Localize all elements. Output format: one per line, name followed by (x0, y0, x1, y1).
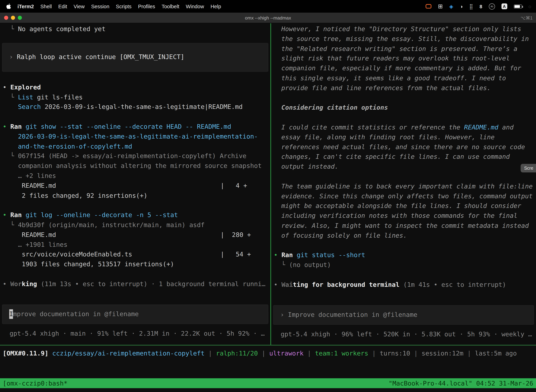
bullet: • (3, 84, 10, 91)
commit-line: companion analysis without altering the … (0, 161, 270, 171)
omx-branch: cczip/essay/ai-reimplementation-copyleft (52, 350, 205, 357)
diffstat-line: README.md| 4 + (0, 181, 270, 191)
menubar-extra-icon[interactable]: ◌ (528, 4, 531, 9)
diffstat-summary: 2 files changed, 92 insertions(+) (0, 191, 270, 201)
truncation-line: … +1901 lines (0, 240, 270, 250)
spinner-bullet: • (274, 281, 281, 288)
assistant-thinking-paragraph: However, I noticed the "Directory Struct… (271, 24, 536, 93)
command-output-line: └ (no output) (271, 260, 536, 270)
diffstat-line: src/voice/voiceModeEnabled.ts| 54 + (0, 250, 270, 260)
screen-recording-icon[interactable] (426, 4, 431, 9)
session-status: gpt-5.4 xhigh · main · 91% left · 2.31M … (0, 329, 270, 338)
menu-window[interactable]: Window (186, 3, 204, 9)
round-app-icon[interactable]: ◑ (460, 3, 463, 9)
working-status: • Working (11m 13s • esc to interrupt) ·… (0, 279, 270, 289)
window-titlebar[interactable]: omx --xhigh --madmax ⌥⌘1 (0, 13, 536, 23)
omx-team: team:1 workers (315, 350, 368, 357)
left-terminal-pane[interactable]: └ No agents completed yet › Ralph loop a… (0, 23, 270, 345)
terminal-area: └ No agents completed yet › Ralph loop a… (0, 23, 536, 345)
diffstat-line: README.md| 280 + (0, 230, 270, 240)
composer-input[interactable]: Improve documentation in @filename (2, 304, 268, 324)
bullet: • (274, 251, 281, 258)
log-line: └ List git ls-files (0, 92, 270, 102)
tmux-session-name: [omx-cczip0:bash* (3, 380, 67, 387)
diffstat-summary: 1903 files changed, 513517 insertions(+) (0, 260, 270, 269)
explored-header: • Explored (0, 83, 270, 92)
minimize-button[interactable] (11, 16, 15, 20)
screen: iTerm2 Shell Edit View Session Scripts P… (0, 0, 536, 392)
command-wrap-line: and-the-erosion-of-copyleft.md (0, 142, 270, 151)
menu-toolbelt[interactable]: Toolbelt (162, 3, 179, 9)
tmux-status-bar: [omx-cczip0:bash* "MacBook-Pro-44.local"… (0, 378, 536, 388)
thinking-heading: Considering citation options (271, 103, 536, 113)
spinner-bullet: • (3, 280, 10, 287)
menu-shell[interactable]: Shell (40, 3, 52, 9)
screen-mirroring-icon[interactable]: ⣿ (469, 3, 473, 9)
composer-placeholder: Improve documentation in @filename (288, 310, 417, 320)
menu-iterm2[interactable]: iTerm2 (17, 3, 34, 9)
figure-eight-icon[interactable]: 8 (479, 4, 482, 9)
window-shortcut-hint: ⌥⌘1 (521, 15, 532, 20)
bullet: • (3, 123, 10, 130)
command-wrap-line: 2026-03-09-is-legal-the-same-as-legitima… (0, 132, 270, 142)
omx-version: [OMX#0.11.9] (3, 350, 52, 357)
session-status: gpt-5.4 xhigh · 96% left · 520K in · 5.8… (271, 329, 536, 339)
log-line: └ No agents completed yet (0, 24, 270, 34)
window-title: omx --xhigh --madmax (0, 15, 536, 20)
omx-session: session:12m (421, 350, 463, 357)
menubar-status-icons: ⊞ ◈ ◑ ⣿ 8 .61 A ◌ (426, 3, 531, 10)
keyboard-layout-icon[interactable]: A (501, 3, 507, 9)
traffic-lights (0, 16, 22, 20)
window-tiles-icon[interactable]: ⊞ (438, 3, 443, 10)
menu-view[interactable]: View (74, 3, 85, 9)
prompt-chevron: › (280, 310, 288, 320)
menu-help[interactable]: Help (211, 3, 221, 9)
omx-turns: turns:10 (380, 350, 410, 357)
assistant-thinking-paragraph: The team guideline is to back every impo… (271, 182, 536, 241)
omx-last: last:5m ago (475, 350, 517, 357)
composer-input[interactable]: › Improve documentation in @filename (273, 305, 534, 325)
zoom-button[interactable] (18, 16, 22, 20)
blue-app-icon[interactable]: ◈ (449, 3, 453, 9)
right-terminal-pane[interactable]: However, I noticed the "Directory Struct… (271, 23, 536, 345)
omx-mode: ultrawork (269, 350, 304, 357)
truncation-line: … +2 lines (0, 171, 270, 181)
screen-share-notification[interactable]: Scre (521, 164, 536, 173)
text-cursor: I (9, 309, 13, 319)
bullet: • (3, 211, 10, 219)
omx-status-bar: [OMX#0.11.9] cczip/essay/ai-reimplementa… (0, 345, 536, 358)
omx-ralph: ralph:11/20 (216, 350, 258, 357)
composer-placeholder: mprove documentation in @filename (13, 309, 139, 319)
tmux-host-clock: "MacBook-Pro-44.local" 04:52 31-Mar-26 (389, 380, 533, 387)
readme-link[interactable]: README.md (464, 124, 498, 131)
menu-scripts[interactable]: Scripts (116, 3, 132, 9)
battery-icon[interactable] (514, 4, 522, 8)
apple-menu-icon[interactable] (6, 3, 11, 9)
commit-line: └ 4b9d30f (origin/main, instructkr/main,… (0, 220, 270, 230)
log-line: Search 2026-03-09-is-legal-the-same-as-l… (0, 102, 270, 112)
menu-edit[interactable]: Edit (58, 3, 67, 9)
menu-session[interactable]: Session (91, 3, 109, 9)
close-button[interactable] (4, 16, 8, 20)
ran-git-show-header: • Ran git show --stat --oneline --decora… (0, 122, 270, 132)
waiting-status: • Waiting for background terminal (1m 41… (271, 280, 536, 289)
commit-line: └ 067f154 (HEAD -> essay/ai-reimplementa… (0, 151, 270, 161)
thinking-line: I could cite commit statistics or refere… (271, 123, 536, 132)
menubar: iTerm2 Shell Edit View Session Scripts P… (0, 0, 536, 13)
ralph-loop-banner: › Ralph loop active continue [OMX_TMUX_I… (2, 43, 268, 72)
battery-percent-icon[interactable]: .61 (489, 3, 495, 9)
prompt-chevron: › (9, 52, 17, 62)
assistant-thinking-paragraph: essay file, along with finding root file… (271, 132, 536, 172)
menu-profiles[interactable]: Profiles (138, 3, 155, 9)
ran-git-log-header: • Ran git log --oneline --decorate -n 5 … (0, 210, 270, 220)
banner-text: Ralph loop active continue [OMX_TMUX_INJ… (17, 52, 184, 62)
ran-git-status-header: • Ran git status --short (271, 250, 536, 260)
